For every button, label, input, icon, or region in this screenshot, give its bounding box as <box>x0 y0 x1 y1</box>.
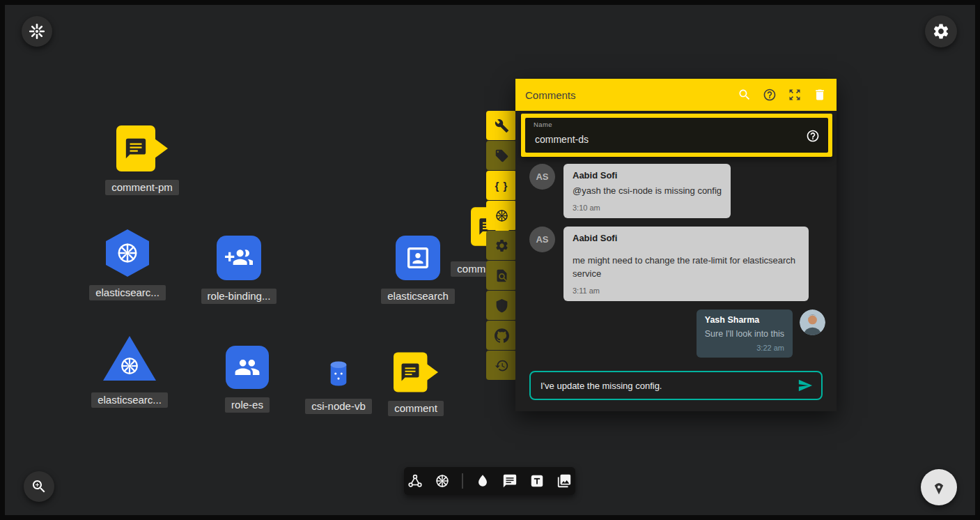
message-time: 3:10 am <box>573 204 722 212</box>
images-icon <box>557 473 572 489</box>
toolbar-tag-button[interactable] <box>486 141 517 170</box>
app-canvas[interactable]: comment-pm elasticsearc... role-bindin <box>0 0 980 520</box>
dock-images-button[interactable] <box>557 473 572 489</box>
kubernetes-wheel-icon <box>495 208 509 223</box>
search-icon[interactable] <box>738 88 752 102</box>
dock-drop-button[interactable] <box>475 473 490 489</box>
name-input[interactable] <box>534 133 806 146</box>
message-author: Aabid Sofi <box>573 233 800 243</box>
dock-comment-button[interactable] <box>502 473 518 489</box>
toolbar-kubernetes-button[interactable] <box>486 201 517 230</box>
node-label: comment-pm <box>105 180 179 195</box>
shield-icon <box>495 298 509 313</box>
message-row: AS Aabid Sofi me might need to change th… <box>529 227 825 301</box>
node-label: role-es <box>225 397 270 413</box>
node-comment[interactable]: comment <box>374 352 458 416</box>
kubernetes-wheel-icon <box>435 473 450 489</box>
comment-node-icon <box>394 352 438 392</box>
tool-dock <box>404 467 575 495</box>
comment-glyph-icon <box>400 362 421 383</box>
tag-icon <box>495 148 509 163</box>
group-icon <box>234 354 260 381</box>
node-label: csi-node-vb <box>305 399 372 414</box>
toolbar-shield-button[interactable] <box>486 291 517 320</box>
message-text: me might need to change the rate-limit f… <box>573 254 800 281</box>
storage-cylinder-icon <box>327 360 350 388</box>
node-elasticsearch-hexagon[interactable]: elasticsearc... <box>86 229 169 300</box>
avatar-initials: AS <box>529 227 555 252</box>
comment-node-icon <box>116 125 168 171</box>
message-row: Yash Sharma Sure I'll look into this 3:2… <box>529 309 825 358</box>
comments-panel: Comments Name AS Aabid Sofi @yash the cs… <box>515 79 837 411</box>
dock-kubernetes-button[interactable] <box>435 473 450 489</box>
github-icon <box>495 328 509 343</box>
message-bubble: Yash Sharma Sure I'll look into this 3:2… <box>697 309 793 358</box>
group-add-icon <box>225 244 253 272</box>
message-time: 3:22 am <box>705 344 784 352</box>
kubernetes-wheel-icon <box>119 355 140 376</box>
comments-panel-header[interactable]: Comments <box>515 79 837 111</box>
settings-button[interactable] <box>925 15 957 47</box>
send-button[interactable] <box>798 378 813 393</box>
portrait-badge-icon <box>404 244 432 272</box>
toolbar-braces-button[interactable]: { } <box>486 171 517 200</box>
message-text: Sure I'll look into this <box>705 328 784 340</box>
delete-icon[interactable] <box>813 88 827 102</box>
message-author: Yash Sharma <box>705 315 784 325</box>
name-field-label: Name <box>534 121 552 128</box>
find-in-page-icon <box>495 268 509 283</box>
node-elasticsearch-triangle[interactable]: elasticsearc... <box>88 336 171 408</box>
comments-panel-title: Comments <box>525 89 576 101</box>
gear-icon <box>932 22 950 40</box>
zoom-button[interactable] <box>24 471 54 502</box>
dock-graph-button[interactable] <box>407 473 423 489</box>
history-icon <box>495 358 509 373</box>
comments-panel-actions <box>738 88 827 102</box>
kubernetes-wheel-icon <box>116 241 139 265</box>
message-author: Aabid Sofi <box>573 170 722 181</box>
toolbar-inspect-button[interactable] <box>486 261 517 290</box>
dock-divider <box>462 473 463 489</box>
toolbar-wrench-button[interactable] <box>486 111 517 140</box>
message-text: @yash the csi-node is missing config <box>573 185 722 198</box>
graph-icon <box>407 473 423 489</box>
pen-nib-icon <box>930 478 948 496</box>
toolbar-history-button[interactable] <box>486 351 517 380</box>
expand-icon[interactable] <box>788 88 802 102</box>
message-row: AS Aabid Sofi @yash the csi-node is miss… <box>529 164 825 218</box>
message-bubble: Aabid Sofi @yash the csi-node is missing… <box>563 164 731 218</box>
node-label: role-binding... <box>201 289 277 304</box>
comments-thread[interactable]: AS Aabid Sofi @yash the csi-node is miss… <box>515 157 837 365</box>
gear-icon <box>495 238 509 253</box>
comment-composer <box>529 371 823 400</box>
wrench-icon <box>495 118 509 133</box>
service-account-icon <box>396 236 440 280</box>
avatar-initials: AS <box>529 164 555 190</box>
toolbar-settings-button[interactable] <box>486 231 517 260</box>
magnifier-plus-icon <box>31 478 47 495</box>
name-help-icon[interactable] <box>806 129 820 143</box>
name-field-highlight: Name <box>521 114 832 157</box>
braces-icon: { } <box>495 180 508 192</box>
node-label: elasticsearc... <box>91 392 168 408</box>
drop-icon <box>475 473 490 489</box>
app-menu-button[interactable] <box>22 16 52 47</box>
message-bubble: Aabid Sofi me might need to change the r… <box>563 227 809 301</box>
node-label: elasticsearc... <box>89 285 166 300</box>
help-icon[interactable] <box>763 88 777 102</box>
asterisk-logo-icon <box>28 22 46 40</box>
node-action-toolbar: { } <box>486 111 517 381</box>
node-role-binding[interactable]: role-binding... <box>197 236 281 304</box>
toolbar-github-button[interactable] <box>486 321 517 350</box>
node-comment-pm[interactable]: comment-pm <box>100 125 184 195</box>
pen-button[interactable] <box>921 469 957 505</box>
comment-input[interactable] <box>539 380 791 392</box>
role-binding-icon <box>217 236 261 280</box>
comment-glyph-icon <box>124 137 148 160</box>
node-csi-node-vb[interactable]: csi-node-vb <box>297 360 380 414</box>
node-label: elasticsearch <box>381 289 455 304</box>
dock-text-button[interactable] <box>529 473 545 489</box>
comment-icon <box>502 473 518 489</box>
node-role-es[interactable]: role-es <box>205 346 289 413</box>
message-time: 3:11 am <box>573 286 800 295</box>
